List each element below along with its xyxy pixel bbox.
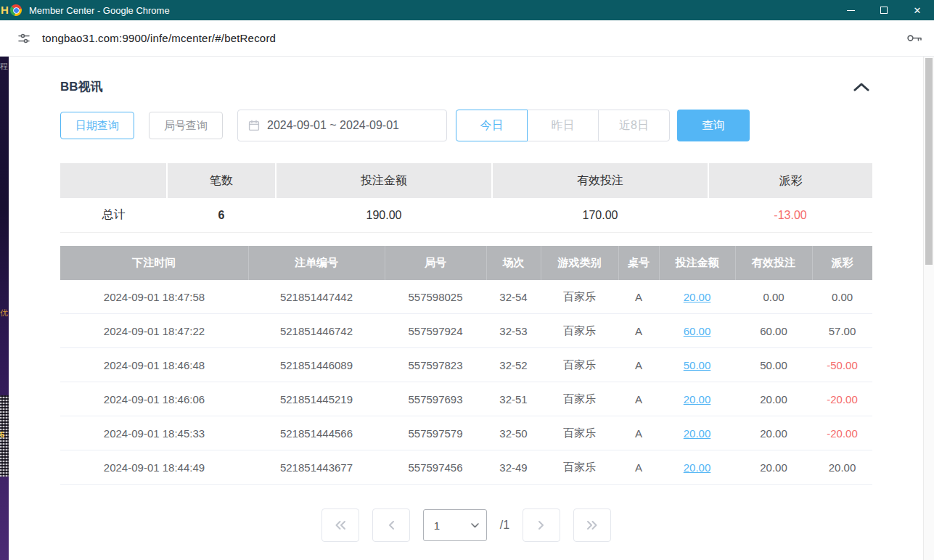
bet-time: 2024-09-01 18:47:58	[60, 280, 248, 314]
table-number: A	[618, 416, 659, 450]
header-table-number: 桌号	[618, 246, 659, 280]
table-number: A	[618, 314, 659, 348]
payout: 57.00	[812, 314, 872, 348]
header-valid-bet: 有效投注	[735, 246, 812, 280]
date-range-input[interactable]: 2024-09-01 ~ 2024-09-01	[237, 110, 447, 141]
collapse-section-button[interactable]	[851, 81, 872, 93]
round-id: 557597579	[385, 416, 486, 450]
bet-time: 2024-09-01 18:47:22	[60, 314, 248, 348]
header-bet-time: 下注时间	[60, 246, 248, 280]
header-game-type: 游戏类别	[541, 246, 618, 280]
double-chevron-right-icon	[586, 520, 598, 530]
round-id: 557598025	[385, 280, 486, 314]
session: 32-49	[486, 450, 541, 485]
payout: 0.00	[812, 280, 872, 314]
next-page-button[interactable]	[523, 508, 560, 542]
scrollbar[interactable]	[923, 57, 934, 560]
order-id: 521851446089	[248, 348, 385, 382]
game-type: 百家乐	[541, 280, 618, 314]
valid-bet: 20.00	[735, 416, 812, 450]
valid-bet: 20.00	[735, 450, 812, 485]
header-payout: 派彩	[812, 246, 872, 280]
page-number-select[interactable]: 1	[423, 509, 487, 541]
chrome-icon	[10, 4, 22, 16]
date-query-tab[interactable]: 日期查询	[60, 112, 134, 139]
game-type: 百家乐	[541, 314, 618, 348]
payout: -20.00	[812, 382, 872, 416]
bet-amount-link[interactable]: 20.00	[684, 461, 711, 474]
round-query-tab[interactable]: 局号查询	[149, 112, 223, 139]
game-type: 百家乐	[541, 348, 618, 382]
summary-table: 笔数 投注金额 有效投注 派彩 总计 6 190.00 170.00 -13.0…	[60, 163, 872, 233]
table-row: 2024-09-01 18:45:33 521851444566 5575975…	[60, 416, 872, 450]
key-icon[interactable]	[906, 33, 922, 43]
url-text[interactable]: tongbao31.com:9900/infe/mcenter/#/betRec…	[42, 32, 276, 44]
bet-amount-link[interactable]: 50.00	[684, 359, 711, 371]
summary-header-payout: 派彩	[708, 163, 872, 198]
round-id: 557597823	[385, 348, 486, 382]
round-id: 557597924	[385, 314, 486, 348]
bet-amount-link[interactable]: 20.00	[684, 291, 711, 303]
maximize-button[interactable]	[867, 0, 901, 20]
scrollbar-thumb[interactable]	[925, 58, 933, 265]
background-strip-text: 6	[0, 430, 4, 439]
summary-valid-bet: 170.00	[492, 198, 708, 233]
game-type: 百家乐	[541, 382, 618, 416]
header-bet-amount: 投注金额	[659, 246, 735, 280]
chevron-down-icon	[471, 523, 479, 528]
valid-bet: 0.00	[735, 280, 812, 314]
order-id: 521851444566	[248, 416, 385, 450]
table-number: A	[618, 382, 659, 416]
order-id: 521851445219	[248, 382, 385, 416]
minimize-button[interactable]	[834, 0, 867, 20]
background-page-strip: 程 优 6	[0, 57, 9, 560]
quick-range-group: 今日 昨日 近8日	[456, 110, 670, 141]
close-icon: ✕	[914, 6, 922, 15]
content-area: BB视讯 日期查询 局号查询	[9, 57, 923, 560]
session: 32-52	[486, 348, 541, 382]
date-range-value: 2024-09-01 ~ 2024-09-01	[267, 119, 399, 132]
table-row: 2024-09-01 18:47:22 521851446742 5575979…	[60, 314, 872, 348]
bet-amount-link[interactable]: 20.00	[684, 427, 711, 440]
today-button[interactable]: 今日	[456, 110, 528, 141]
background-strip-text: 程	[0, 61, 8, 72]
site-settings-icon[interactable]	[17, 32, 30, 45]
valid-bet: 20.00	[735, 382, 812, 416]
address-bar: tongbao31.com:9900/infe/mcenter/#/betRec…	[0, 20, 934, 57]
last-page-button[interactable]	[573, 508, 611, 542]
section-header: BB视讯	[60, 78, 872, 95]
summary-header-bet-amount: 投注金额	[276, 163, 492, 198]
order-id: 521851447442	[248, 280, 385, 314]
bet-record-table: 下注时间 注单编号 局号 场次 游戏类别 桌号 投注金额 有效投注 派彩 202…	[60, 246, 872, 485]
background-strip-text: 优	[0, 308, 8, 318]
close-button[interactable]: ✕	[901, 0, 934, 20]
maximize-icon	[880, 7, 888, 14]
search-button[interactable]: 查询	[677, 110, 750, 141]
valid-bet: 50.00	[735, 348, 812, 382]
payout: 20.00	[812, 450, 872, 485]
bet-amount-link[interactable]: 20.00	[684, 393, 711, 405]
game-type: 百家乐	[541, 416, 618, 450]
bet-time: 2024-09-01 18:46:06	[60, 382, 248, 416]
chevron-up-icon	[853, 83, 869, 91]
order-id: 521851443677	[248, 450, 385, 485]
browser-window: H Member Center - Google Chrome ✕ tongba…	[0, 0, 934, 560]
game-type: 百家乐	[541, 450, 618, 485]
pagination: 1 /1	[60, 508, 872, 542]
header-session: 场次	[486, 246, 541, 280]
session: 32-54	[486, 280, 541, 314]
bet-amount-link[interactable]: 60.00	[684, 325, 711, 337]
payout: -20.00	[812, 416, 872, 450]
round-id: 557597456	[385, 450, 486, 485]
order-id: 521851446742	[248, 314, 385, 348]
yesterday-button[interactable]: 昨日	[527, 110, 599, 141]
prev-page-button[interactable]	[372, 508, 410, 542]
last-8-days-button[interactable]: 近8日	[598, 110, 670, 141]
summary-header-blank	[60, 163, 167, 198]
table-number: A	[618, 348, 659, 382]
first-page-button[interactable]	[321, 508, 359, 542]
table-row: 2024-09-01 18:46:06 521851445219 5575976…	[60, 382, 872, 416]
bet-time: 2024-09-01 18:44:49	[60, 450, 248, 485]
summary-payout: -13.00	[708, 198, 872, 233]
summary-total-row: 总计 6 190.00 170.00 -13.00	[60, 198, 872, 233]
